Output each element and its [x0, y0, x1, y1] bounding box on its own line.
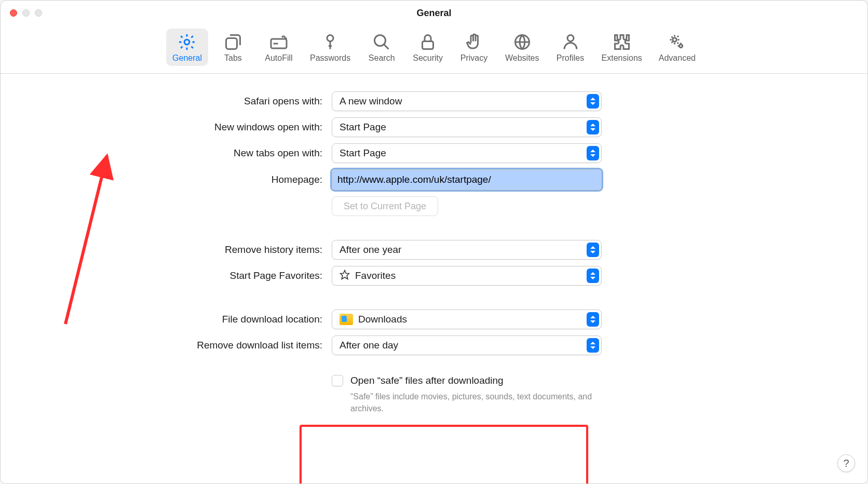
chevron-updown-icon: [587, 120, 599, 135]
tabs-icon: [222, 32, 245, 52]
chevron-updown-icon: [587, 338, 599, 353]
tab-search[interactable]: Search: [361, 29, 402, 66]
gears-icon: [666, 32, 688, 52]
set-to-current-page-button: Set to Current Page: [332, 196, 438, 216]
tab-websites[interactable]: Websites: [499, 29, 546, 66]
tab-autofill[interactable]: AutoFill: [258, 29, 300, 66]
svg-marker-11: [341, 270, 349, 279]
annotation-highlight-box: [300, 425, 588, 484]
svg-rect-5: [423, 42, 433, 49]
titlebar: General: [1, 1, 867, 25]
person-icon: [559, 32, 582, 52]
open-safe-files-label: Open “safe” files after downloading: [350, 375, 504, 386]
homepage-input[interactable]: [332, 169, 602, 190]
safari-opens-with-label: Safari opens with:: [1, 96, 322, 107]
globe-icon: [511, 32, 534, 52]
tab-label: Advanced: [659, 53, 696, 63]
remove-download-items-label: Remove download list items:: [1, 340, 322, 351]
svg-point-8: [673, 38, 677, 42]
new-windows-open-select[interactable]: Start Page: [332, 117, 602, 137]
tab-passwords[interactable]: Passwords: [304, 29, 357, 66]
downloads-folder-icon: [340, 314, 353, 325]
svg-point-9: [680, 45, 683, 48]
help-button[interactable]: ?: [837, 454, 855, 472]
svg-rect-1: [226, 38, 237, 49]
settings-toolbar: GeneralTabsAutoFillPasswordsSearchSecuri…: [1, 25, 867, 74]
zoom-button[interactable]: [35, 9, 42, 17]
remove-history-select[interactable]: After one year: [332, 240, 602, 260]
tab-label: Passwords: [310, 53, 350, 63]
new-windows-open-label: New windows open with:: [1, 122, 322, 133]
content-area: Safari opens with: A new window New wind…: [1, 74, 867, 483]
chevron-updown-icon: [587, 146, 599, 160]
puzzle-icon: [611, 32, 633, 52]
autofill-icon: [267, 32, 290, 52]
remove-history-label: Remove history items:: [1, 244, 322, 256]
tab-label: Extensions: [602, 53, 642, 63]
open-safe-files-help: “Safe” files include movies, pictures, s…: [350, 391, 602, 414]
tab-label: AutoFill: [265, 53, 292, 63]
lock-icon: [416, 32, 439, 52]
remove-download-items-select[interactable]: After one day: [332, 335, 602, 355]
chevron-updown-icon: [587, 268, 599, 283]
tab-label: General: [172, 53, 202, 63]
minimize-button[interactable]: [22, 9, 30, 17]
tab-privacy[interactable]: Privacy: [453, 29, 495, 66]
tab-label: Websites: [505, 53, 539, 63]
tab-label: Search: [369, 53, 395, 63]
tab-general[interactable]: General: [166, 29, 208, 66]
new-tabs-open-label: New tabs open with:: [1, 147, 322, 159]
tab-security[interactable]: Security: [406, 29, 449, 66]
tab-advanced[interactable]: Advanced: [653, 29, 702, 66]
key-icon: [319, 32, 342, 52]
svg-point-4: [375, 35, 386, 46]
svg-point-0: [185, 39, 190, 45]
tab-label: Tabs: [224, 53, 242, 63]
start-page-favorites-label: Start Page Favorites:: [1, 270, 322, 281]
homepage-label: Homepage:: [1, 174, 322, 185]
svg-point-7: [567, 35, 574, 42]
file-download-location-select[interactable]: Downloads: [332, 310, 602, 329]
search-icon: [370, 32, 393, 52]
start-page-favorites-select[interactable]: Favorites: [332, 266, 602, 286]
svg-point-3: [327, 35, 333, 42]
settings-form: Safari opens with: A new window New wind…: [1, 91, 867, 414]
tab-label: Security: [413, 53, 443, 63]
window-title: General: [416, 8, 451, 19]
safari-opens-with-select[interactable]: A new window: [332, 91, 602, 111]
tab-label: Profiles: [557, 53, 584, 63]
tab-profiles[interactable]: Profiles: [550, 29, 591, 66]
preferences-window: General GeneralTabsAutoFillPasswordsSear…: [0, 0, 868, 484]
file-download-location-label: File download location:: [1, 314, 322, 325]
traffic-lights: [10, 9, 42, 17]
tab-extensions[interactable]: Extensions: [595, 29, 648, 66]
tab-tabs[interactable]: Tabs: [212, 29, 254, 66]
tab-label: Privacy: [460, 53, 487, 63]
gear-icon: [175, 32, 198, 52]
chevron-updown-icon: [587, 94, 599, 109]
open-safe-files-checkbox[interactable]: [332, 375, 343, 386]
star-icon: [340, 270, 350, 283]
close-button[interactable]: [10, 9, 17, 17]
hand-icon: [463, 32, 485, 52]
open-safe-files-setting: Open “safe” files after downloading “Saf…: [332, 375, 602, 414]
chevron-updown-icon: [587, 312, 599, 327]
new-tabs-open-select[interactable]: Start Page: [332, 143, 602, 163]
chevron-updown-icon: [587, 243, 599, 257]
